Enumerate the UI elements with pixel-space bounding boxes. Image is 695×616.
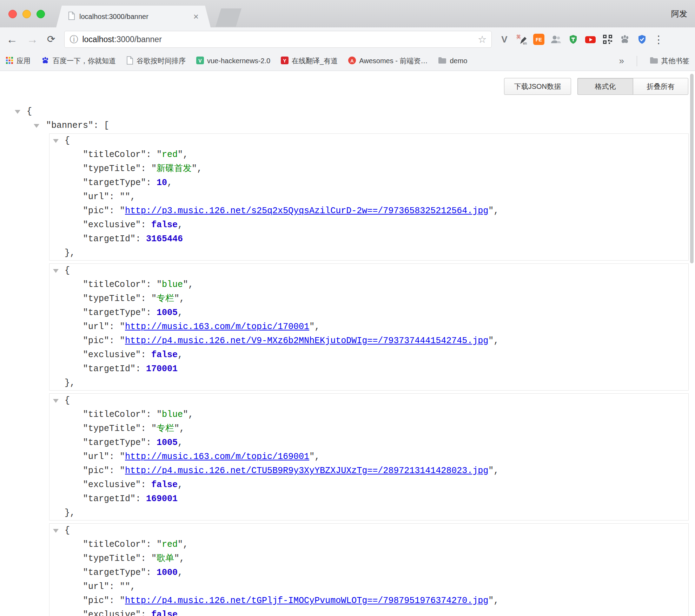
json-link[interactable]: http://music.163.com/m/topic/169001: [125, 452, 309, 462]
json-line: "titleColor": "red",: [49, 148, 688, 162]
json-key: "pic": [83, 336, 109, 346]
json-line: "exclusive": false,: [49, 348, 688, 362]
close-window-button[interactable]: [8, 10, 17, 18]
json-line: "typeTitle": "歌单",: [49, 552, 688, 566]
json-line: },: [49, 246, 688, 260]
page-info-icon[interactable]: ⓘ: [70, 34, 78, 45]
svg-text:en: en: [523, 41, 527, 45]
json-line: "targetType": 1005,: [49, 306, 688, 320]
qrcode-icon[interactable]: [601, 33, 614, 46]
json-value-string: 新碟首发: [157, 164, 192, 174]
json-array-item: {"titleColor": "red","typeTitle": "新碟首发"…: [49, 133, 689, 261]
json-value-boolean: false: [151, 220, 178, 230]
json-line: "exclusive": false: [49, 608, 688, 616]
bookmark-item[interactable]: Y在线翻译_有道: [281, 56, 338, 66]
json-line: "typeTitle": "专栏",: [49, 292, 688, 306]
other-bookmarks-label: 其他书签: [661, 56, 689, 66]
other-bookmarks-folder[interactable]: 其他书签: [650, 56, 689, 66]
json-line: "url": "http://music.163.com/m/topic/169…: [49, 450, 688, 464]
format-button[interactable]: 格式化: [577, 78, 633, 95]
json-key: "targetType": [83, 568, 146, 578]
json-line: {: [49, 394, 688, 408]
json-value-string: blue: [162, 280, 183, 290]
browser-tab[interactable]: localhost:3000/banner ×: [56, 6, 211, 27]
shield-green-icon[interactable]: [567, 33, 580, 46]
people-icon[interactable]: [550, 33, 562, 46]
collapse-triangle-icon[interactable]: [15, 110, 20, 114]
json-link[interactable]: http://music.163.com/m/topic/170001: [125, 322, 309, 332]
bookmark-item[interactable]: 应用: [6, 56, 31, 66]
bookmark-label: Awesomes - 前端资…: [359, 56, 428, 66]
json-value-boolean: false: [151, 610, 178, 616]
json-line: "url": "http://music.163.com/m/topic/170…: [49, 320, 688, 334]
json-link[interactable]: http://p4.music.126.net/CTU5B9R9y3XyYBZX…: [125, 466, 488, 476]
json-key: "exclusive": [83, 480, 141, 490]
bookmark-item[interactable]: demo: [438, 57, 467, 65]
paw-icon[interactable]: [618, 33, 631, 46]
extension-icons: V英enFE: [498, 33, 648, 46]
json-key: "exclusive": [83, 350, 141, 360]
collapse-triangle-icon[interactable]: [53, 269, 59, 273]
json-array-item: {"titleColor": "blue","typeTitle": "专栏",…: [49, 263, 689, 391]
json-link[interactable]: http://p3.music.126.net/s25q2x5QyqsAzilC…: [125, 206, 488, 216]
back-button[interactable]: ←: [6, 34, 18, 45]
minimize-window-button[interactable]: [22, 10, 31, 18]
json-key: "typeTitle": [83, 553, 141, 564]
scrollbar-thumb[interactable]: [690, 74, 694, 263]
bookmarks-bar: 应用百度一下，你就知道谷歌按时间排序Vvue-hackernews-2.0Y在线…: [0, 51, 695, 71]
json-key: "targetId": [83, 234, 135, 244]
forward-button[interactable]: →: [27, 34, 38, 45]
json-link[interactable]: http://p4.music.126.net/V9-MXz6b2MNhEKju…: [125, 336, 488, 346]
vimium-icon[interactable]: V: [498, 33, 511, 46]
bookmark-item[interactable]: AAwesomes - 前端资…: [348, 56, 428, 66]
json-value-string: blue: [162, 409, 183, 420]
collapse-triangle-icon[interactable]: [53, 139, 59, 143]
bookmark-item[interactable]: 谷歌按时间排序: [126, 56, 186, 66]
json-link[interactable]: http://p4.music.126.net/tGPljf-IMOCyPvum…: [125, 596, 488, 606]
baidu-paw-icon: [41, 56, 49, 66]
address-bar[interactable]: ⓘ localhost:3000/banner ☆: [64, 31, 492, 48]
folder-icon: [438, 57, 446, 65]
profile-name[interactable]: 阿发: [671, 8, 687, 19]
tab-title: localhost:3000/banner: [79, 13, 190, 21]
bookmark-item[interactable]: 百度一下，你就知道: [41, 56, 116, 66]
bookmark-label: 应用: [16, 56, 31, 66]
collapse-triangle-icon[interactable]: [53, 399, 59, 403]
json-value-number: 169001: [146, 494, 178, 504]
svg-text:V: V: [198, 58, 202, 64]
tab-close-icon[interactable]: ×: [193, 12, 199, 21]
json-line: {: [0, 105, 695, 119]
json-key: "targetType": [83, 178, 146, 188]
json-key: "exclusive": [83, 220, 141, 230]
json-line: },: [49, 506, 688, 520]
reload-button[interactable]: ⟳: [47, 34, 55, 44]
chrome-menu-icon[interactable]: ⋮: [653, 33, 664, 46]
fehelper-icon[interactable]: FE: [532, 33, 545, 46]
json-value-number: 1005: [157, 308, 178, 318]
json-key: "typeTitle": [83, 164, 141, 174]
json-key: "typeTitle": [83, 294, 141, 304]
collapse-triangle-icon[interactable]: [34, 124, 39, 128]
json-line: "titleColor": "blue",: [49, 408, 688, 422]
shield-check-icon[interactable]: [636, 33, 648, 46]
bookmarks-overflow-chevron[interactable]: »: [619, 55, 624, 66]
new-tab-button[interactable]: [216, 8, 241, 27]
json-line: "titleColor": "blue",: [49, 278, 688, 292]
youtube-icon[interactable]: [584, 33, 597, 46]
format-segmented-control: 格式化 折叠所有: [577, 78, 688, 95]
json-line: "pic": "http://p4.music.126.net/CTU5B9R9…: [49, 464, 688, 478]
traffic-lights: [8, 10, 45, 18]
download-json-button[interactable]: 下载JSON数据: [504, 78, 571, 95]
collapse-all-button[interactable]: 折叠所有: [633, 78, 688, 95]
json-key: "targetId": [83, 494, 135, 504]
collapse-triangle-icon[interactable]: [53, 529, 59, 533]
translate-pen-icon[interactable]: 英en: [515, 33, 528, 46]
json-line: {: [49, 264, 688, 278]
bookmark-label: 谷歌按时间排序: [137, 56, 186, 66]
json-value-number: 10: [157, 178, 167, 188]
bookmark-star-icon[interactable]: ☆: [478, 34, 486, 45]
zoom-window-button[interactable]: [37, 10, 45, 18]
bookmark-item[interactable]: Vvue-hackernews-2.0: [196, 57, 270, 66]
json-value-string: 专栏: [157, 294, 174, 304]
svg-text:Y: Y: [283, 58, 286, 64]
